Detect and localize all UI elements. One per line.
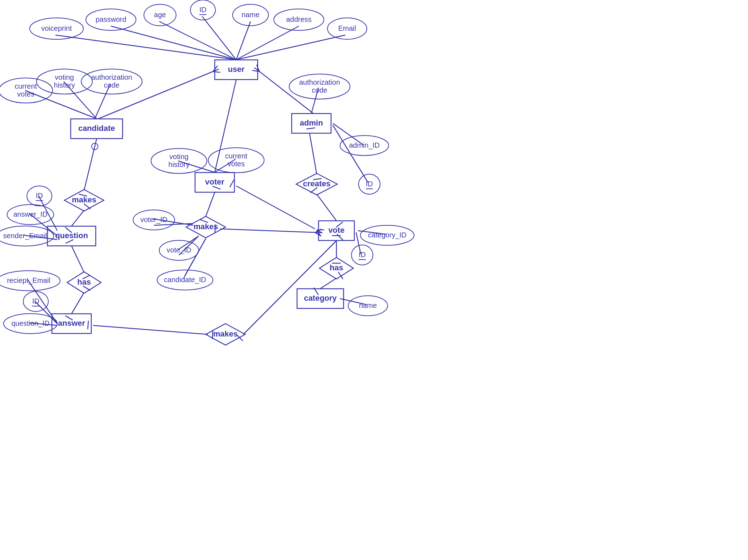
er-diagram-canvas xyxy=(0,0,748,560)
